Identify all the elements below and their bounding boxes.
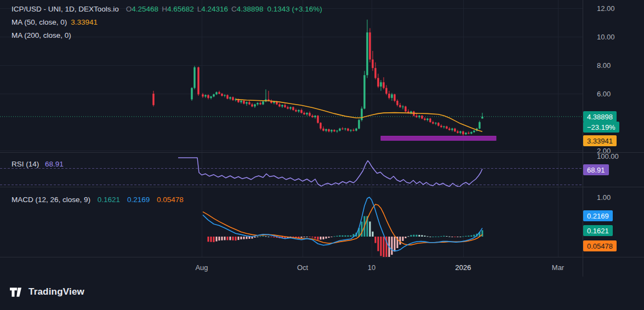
last-price-badge: 4.38898 [583, 111, 617, 122]
time-axis-label: Mar [552, 263, 564, 272]
change-percent-badge: −23.19% [583, 122, 619, 133]
ma50-value: 3.33941 [71, 18, 98, 26]
ohlc-letter: O [126, 5, 132, 13]
price-axis-label: 1.00 [597, 193, 611, 202]
main-legend: ICP/USD - UNI, 1D, DEXTools.io O4.25468H… [12, 2, 322, 42]
ma200-row[interactable]: MA (200, close, 0) [12, 28, 322, 42]
symbol-row[interactable]: ICP/USD - UNI, 1D, DEXTools.io O4.25468H… [12, 2, 322, 15]
macd-hist-badge: 0.1621 [583, 225, 613, 236]
change-value: 0.1343 (+3.16%) [267, 5, 322, 13]
ohlc-value: 4.25468 [132, 5, 158, 13]
ma50-row[interactable]: MA (50, close, 0) 3.33941 [12, 15, 322, 28]
price-axis-label: 100.00 [597, 152, 619, 160]
rsi-label: RSI (14) [12, 160, 39, 168]
time-axis[interactable]: AugOct102026Mar [0, 257, 583, 277]
macd-line-badge: 0.2169 [583, 210, 613, 221]
price-axis-label: 6.00 [597, 90, 611, 98]
price-axis-label: 8.00 [597, 61, 611, 70]
time-axis-label: Aug [195, 263, 208, 272]
rsi-legend[interactable]: RSI (14) 68.91 [12, 160, 64, 168]
macd-hist-value: 0.1621 [98, 196, 120, 204]
price-axis[interactable]: 12.0010.008.006.002.00100.001.004.38898−… [583, 0, 644, 277]
tradingview-logo[interactable]: TradingView [10, 286, 84, 297]
macd-signal-value: 0.05478 [157, 196, 184, 204]
macd-signal-badge: 0.05478 [583, 240, 617, 251]
ohlc-letter: H [162, 5, 167, 13]
time-axis-label: 2026 [455, 263, 471, 272]
ohlc-values: O4.25468H4.65682L4.24316C4.38898 [123, 5, 264, 13]
ohlc-value: 4.65682 [167, 5, 194, 13]
ma50-label: MA (50, close, 0) [12, 18, 67, 26]
rsi-value: 68.91 [45, 160, 64, 168]
tradingview-logo-text: TradingView [29, 286, 84, 297]
ma50-badge: 3.33941 [583, 135, 617, 146]
tradingview-logo-icon [10, 287, 24, 297]
price-axis-label: 10.00 [597, 33, 615, 41]
ohlc-value: 4.24316 [201, 5, 228, 13]
time-axis-label: Oct [297, 263, 308, 272]
rsi-badge: 68.91 [583, 164, 609, 175]
symbol-title[interactable]: ICP/USD - UNI, 1D, DEXTools.io [12, 5, 119, 13]
macd-label: MACD (12, 26, close, 9) [12, 196, 90, 204]
tradingview-chart-widget: ICP/USD - UNI, 1D, DEXTools.io O4.25468H… [0, 0, 644, 310]
ma200-label: MA (200, close, 0) [12, 31, 71, 39]
time-axis-label: 10 [368, 263, 375, 272]
ohlc-value: 4.38898 [237, 5, 264, 13]
macd-legend[interactable]: MACD (12, 26, close, 9) 0.1621 0.2169 0.… [12, 196, 184, 204]
price-axis-label: 12.00 [597, 4, 615, 13]
ohlc-letter: C [231, 5, 237, 13]
macd-line-value: 0.2169 [127, 196, 150, 204]
